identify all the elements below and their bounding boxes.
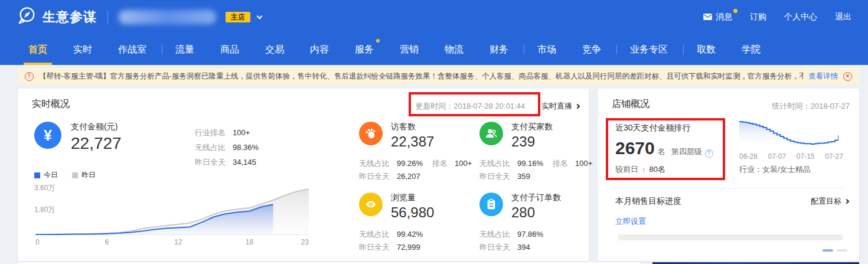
payment-trend-chart [35,187,309,235]
spark-tick: 07-15 [797,152,815,161]
top-menu: 消息 订购 个人中心 退出 [703,12,851,22]
stat-label: 昨日全天 [479,172,510,181]
store-chevron-down-icon[interactable] [257,13,263,19]
tab-realtime[interactable]: 实时 [73,34,92,65]
configure-goal-link[interactable]: 配置目标 [811,196,849,207]
update-time: 更新时间：2018-07-28 20:01:44 [415,101,525,112]
section-divider [612,188,845,188]
help-icon[interactable]: ? [705,149,713,158]
menu-messages-label: 消息 [716,12,732,22]
carousel-dash-active[interactable] [823,249,833,252]
tab-data-extract[interactable]: 取数 [697,34,716,65]
tab-realtime-label: 实时 [73,44,92,54]
payment-value: 22,727 [71,134,122,153]
live-broadcast-link[interactable]: 实时直播 [541,101,579,112]
carousel-dash-inactive[interactable] [837,249,847,252]
tab-business-zone[interactable]: 业务专区 [630,34,668,65]
main-store-badge: 主店 [226,12,250,22]
stat-value: 99.26% [397,159,423,168]
rank-sparkline-chart [739,119,838,148]
tab-finance[interactable]: 财务 [490,34,508,65]
update-time-value: 2018-07-28 20:01:44 [453,102,525,110]
carousel-indicator [823,249,847,252]
shop-overview-card: 店铺概况 统计时间：2018-07-27 近30天支付金额排行 2670 名 第… [598,89,859,261]
main-content: 实时概况 更新时间：2018-07-28 20:01:44 实时直播 ¥ 支付金… [18,89,859,261]
chevron-right-icon [844,199,849,204]
tab-content[interactable]: 内容 [310,34,329,65]
stat-label: 排名 [432,159,448,168]
legend-yesterday-label: 昨日 [81,170,96,180]
payment-rank-block: 近30天支付金额排行 2670 名 第四层级 ? 较前日 ↑ 80名 [615,123,713,175]
stat-time-value: 2018-07-27 [811,102,850,110]
top-header: 生意参谋 主店 消息 订购 个人中心 退出 [0,0,868,34]
brand-logo-group[interactable]: 生意参谋 [17,6,97,28]
tab-home[interactable]: 首页 [28,34,47,65]
stat-time-label: 统计时间： [772,102,811,110]
realtime-header-right: 更新时间：2018-07-28 20:01:44 实时直播 [415,101,579,112]
sparkline-x-labels: 06-28 07-07 07-15 07-27 [739,152,843,161]
metric-paying-buyers: 支付买家数 239 无线占比99.16%排名100+ 昨日全天359 [479,122,598,183]
nav-divider [162,45,162,54]
setup-now-link[interactable]: 立即设置 [615,216,646,227]
compare-label: 较前日 [615,164,638,175]
menu-subscribe-label: 订购 [750,12,766,22]
brand-name: 生意参谋 [43,8,97,26]
tab-traffic[interactable]: 流量 [175,34,194,65]
stat-value: 394 [517,243,530,252]
tab-logistics-label: 物流 [445,44,464,54]
x-tick: 0 [35,238,40,246]
stat-value: 100+ [233,128,250,137]
stat-label: 昨日全天 [359,243,390,252]
tab-services[interactable]: 服务 [355,34,374,65]
services-dot [376,39,380,43]
menu-personal-center[interactable]: 个人中心 [784,12,817,22]
legend-yesterday[interactable]: 昨日 [72,170,96,180]
metric-value: 22,387 [391,133,434,150]
tab-war-room[interactable]: 作战室 [118,34,146,65]
metric-label: 支付子订单数 [511,193,561,203]
menu-logout[interactable]: 退出 [835,12,851,22]
stat-value: 34,145 [233,158,256,167]
arrow-up-icon: ↑ [642,165,646,174]
tab-products[interactable]: 商品 [220,34,239,65]
spark-tick: 07-27 [825,152,843,161]
store-name-blurred[interactable] [119,10,216,24]
tab-content-label: 内容 [310,44,329,54]
tab-business-zone-label: 业务专区 [630,44,668,54]
stat-label: 无线占比 [359,230,390,239]
stat-value: 97.86% [517,230,543,239]
stat-label: 行业排名 [195,128,226,137]
tab-trade[interactable]: 交易 [265,34,284,65]
metric-label: 访客数 [391,122,434,132]
notification-dot [733,9,738,13]
stat-value: 100+ [455,159,472,168]
tab-academy[interactable]: 学院 [742,34,761,65]
tab-home-label: 首页 [28,44,47,54]
metric-visitors: 访客数 22,387 无线占比99.26%排名100+ 昨日全天26,207 [359,122,477,183]
notice-close-icon[interactable]: × [843,72,852,81]
stat-value: 359 [517,172,530,181]
stat-label: 无线占比 [195,143,226,152]
notice-detail-link[interactable]: 查看详情 [808,71,838,82]
tab-academy-label: 学院 [742,44,761,54]
menu-personal-center-label: 个人中心 [784,12,817,22]
tab-market[interactable]: 市场 [537,34,556,65]
menu-subscribe[interactable]: 订购 [750,12,766,22]
stat-label: 无线占比 [359,159,390,168]
tab-competition[interactable]: 竞争 [582,34,601,65]
tab-traffic-label: 流量 [175,44,194,54]
menu-messages[interactable]: 消息 [703,12,732,22]
nav-divider [524,45,524,54]
metric-label: 支付买家数 [511,122,553,132]
metric-value: 280 [511,204,561,221]
stat-label: 昨日全天 [479,243,510,252]
tab-logistics[interactable]: 物流 [445,34,464,65]
nav-divider [616,45,617,54]
goal-progress-bar [618,234,843,240]
stat-label: 排名 [553,159,568,168]
legend-yesterday-swatch [72,172,78,178]
stat-value: 98.36% [233,143,259,152]
legend-today[interactable]: 今日 [34,170,58,180]
tab-marketing[interactable]: 营销 [400,34,419,65]
notice-banner: ! 【帮转-客服主管-哦】官方服务分析产品-服务洞察已隆重上线，提供售前体验，售… [18,68,859,84]
